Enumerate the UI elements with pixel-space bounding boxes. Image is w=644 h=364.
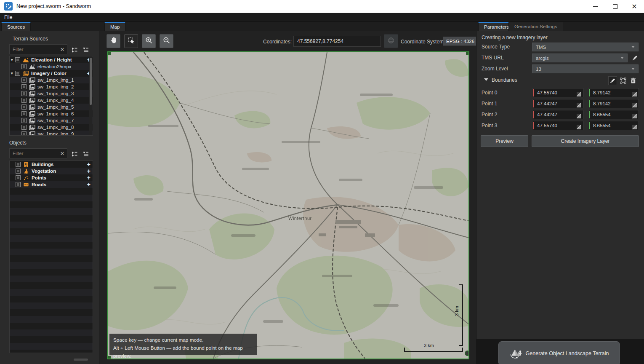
map-viewport[interactable]: Winterthur 3 km 3 km Space key — change …: [107, 51, 469, 359]
scrollbar-thumb[interactable]: [90, 58, 92, 105]
expand-all-icon[interactable]: [70, 149, 79, 158]
expander-icon[interactable]: ▾: [11, 71, 15, 75]
generate-terrain-button[interactable]: Generate Object Landscape Terrain: [498, 341, 620, 364]
zoom-out-button[interactable]: [160, 34, 173, 48]
tree-item-image[interactable]: sw_1mpx_img_1: [10, 77, 93, 83]
objects-filter-input[interactable]: [9, 148, 67, 158]
checkbox[interactable]: [21, 125, 27, 130]
maximize-button[interactable]: [605, 0, 625, 13]
tree-item-elevation-child[interactable]: elevation25mpx: [10, 63, 93, 70]
vegetation-icon: [23, 169, 29, 174]
tree-item-roads[interactable]: Roads +: [10, 181, 93, 188]
preview-button[interactable]: Preview: [481, 135, 528, 147]
expander-icon[interactable]: ▾: [11, 58, 15, 62]
zoom-in-button[interactable]: [142, 34, 156, 48]
tab-sources[interactable]: Sources: [1, 22, 31, 31]
tree-item-imagery-group[interactable]: ▾ Imagery / Color +: [10, 70, 93, 77]
point1-lon-input[interactable]: 8.79142: [588, 99, 639, 108]
point3-lat-input[interactable]: 47.55740: [532, 121, 583, 130]
checkbox[interactable]: [15, 71, 20, 76]
tree-item-buildings[interactable]: Buildings +: [10, 161, 93, 168]
checkbox[interactable]: [21, 131, 27, 136]
terrain-filter-clear-icon[interactable]: ✕: [59, 47, 65, 53]
checkbox[interactable]: [21, 78, 27, 83]
tab-generation-settings[interactable]: Generation Settings: [508, 22, 563, 31]
coordinates-input[interactable]: [293, 36, 381, 47]
boundary-vertex[interactable]: [466, 52, 468, 55]
generate-area: Generate Object Landscape Terrain: [476, 339, 644, 364]
checkbox[interactable]: [21, 91, 27, 96]
terrain-tree-scrollbar[interactable]: [89, 57, 92, 135]
drag-handle-icon[interactable]: [577, 123, 581, 128]
tree-item-image[interactable]: sw_1mpx_img_4: [10, 97, 93, 104]
terrain-filter-input[interactable]: [9, 44, 67, 54]
add-buildings-button[interactable]: +: [87, 162, 90, 167]
edit-url-pencil-icon[interactable]: [631, 54, 639, 62]
tree-item-label: sw_1mpx_img_8: [37, 125, 74, 130]
checkbox[interactable]: [16, 182, 21, 187]
point1-lat-input[interactable]: 47.44247: [532, 99, 583, 108]
draw-boundary-pencil-icon[interactable]: [608, 76, 617, 85]
tms-url-dropdown[interactable]: arcgis: [532, 54, 628, 62]
drag-handle-icon[interactable]: [632, 112, 637, 117]
collapse-all-icon[interactable]: [81, 45, 90, 54]
tree-item-image[interactable]: sw_1mpx_img_2: [10, 83, 93, 90]
collapse-all-icon[interactable]: [81, 149, 90, 158]
collapse-arrow-icon[interactable]: [484, 78, 488, 81]
tab-map[interactable]: Map: [104, 22, 125, 31]
boundary-vertex[interactable]: [108, 356, 111, 359]
checkbox[interactable]: [16, 162, 21, 167]
zoom-level-dropdown[interactable]: 13: [532, 64, 639, 73]
point0-lat-input[interactable]: 47.55740: [532, 88, 583, 97]
drag-handle-icon[interactable]: [577, 91, 581, 95]
drag-handle-icon[interactable]: [632, 102, 637, 106]
tree-item-image[interactable]: sw_1mpx_img_9: [10, 131, 93, 136]
checkbox[interactable]: [21, 118, 27, 123]
select-tool-button[interactable]: [124, 34, 138, 48]
close-button[interactable]: ✕: [625, 0, 644, 13]
lon-accent-bar: [589, 122, 590, 129]
checkbox[interactable]: [15, 57, 20, 62]
map-dim-overlay: [108, 52, 468, 359]
tree-item-vegetation[interactable]: Vegetation +: [10, 168, 93, 174]
drag-handle-icon[interactable]: [577, 112, 581, 117]
chevron-down-icon: [631, 46, 635, 48]
drag-handle-icon[interactable]: [632, 123, 637, 128]
tree-item-image[interactable]: sw_1mpx_img_3: [10, 90, 93, 97]
pan-tool-button[interactable]: [106, 34, 120, 48]
add-vegetation-button[interactable]: +: [87, 169, 90, 174]
checkbox[interactable]: [21, 104, 27, 110]
source-type-dropdown[interactable]: TMS: [532, 43, 639, 51]
checkbox[interactable]: [21, 64, 27, 69]
checkbox[interactable]: [21, 84, 27, 89]
minimize-button[interactable]: [586, 0, 605, 13]
drag-handle-icon[interactable]: [577, 102, 581, 106]
panel-splitter-grip[interactable]: [74, 359, 88, 361]
tree-item-elevation-group[interactable]: ▾ Elevation / Height +: [10, 56, 93, 63]
selection-frame-icon[interactable]: [619, 76, 628, 85]
add-roads-button[interactable]: +: [87, 182, 90, 187]
checkbox[interactable]: [16, 175, 21, 180]
tree-item-image[interactable]: sw_1mpx_img_8: [10, 124, 93, 131]
expand-all-icon[interactable]: [70, 45, 79, 54]
goto-coordinates-button[interactable]: [384, 34, 398, 48]
drag-handle-icon[interactable]: [632, 91, 637, 95]
checkbox[interactable]: [16, 169, 21, 174]
menu-file[interactable]: File: [0, 14, 16, 20]
tree-item-points[interactable]: Points +: [10, 174, 93, 181]
tree-item-image[interactable]: sw_1mpx_img_7: [10, 117, 93, 124]
objects-filter-clear-icon[interactable]: ✕: [59, 151, 65, 157]
point3-lon-input[interactable]: 8.65554: [588, 121, 639, 130]
tree-item-image[interactable]: sw_1mpx_img_5: [10, 104, 93, 110]
point2-lon-input[interactable]: 8.65554: [588, 110, 639, 119]
point0-lon-input[interactable]: 8.79142: [588, 88, 639, 97]
boundary-vertex[interactable]: [108, 52, 111, 55]
checkbox[interactable]: [21, 98, 27, 103]
add-points-button[interactable]: +: [87, 175, 90, 180]
tree-item-image[interactable]: sw_1mpx_img_6: [10, 110, 93, 117]
create-imagery-layer-button[interactable]: Create Imagery Layer: [532, 135, 639, 147]
point2-lat-input[interactable]: 47.44247: [532, 110, 583, 119]
delete-boundary-trash-icon[interactable]: [629, 76, 638, 85]
boundary-vertex-handle[interactable]: [465, 351, 469, 356]
checkbox[interactable]: [21, 111, 27, 116]
